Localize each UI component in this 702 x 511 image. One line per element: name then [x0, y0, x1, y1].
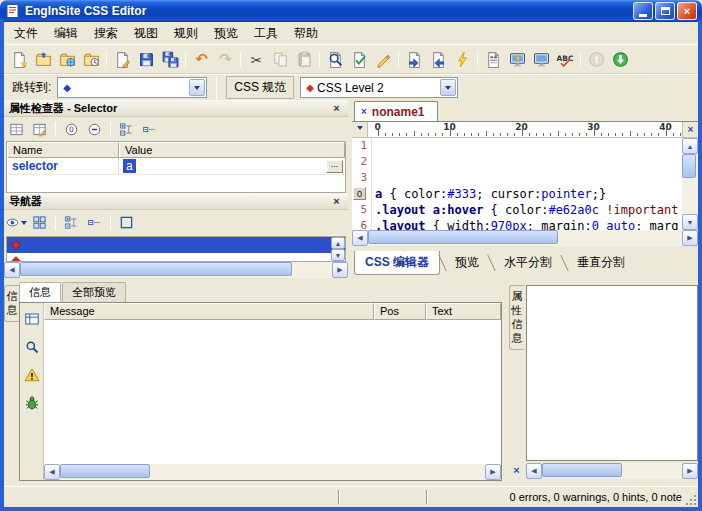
close-panel-button[interactable]: ×: [510, 464, 523, 477]
find-button[interactable]: [323, 47, 347, 71]
scroll-track[interactable]: [368, 230, 682, 246]
menu-搜索[interactable]: 搜索: [86, 22, 126, 45]
close-panel-button[interactable]: ×: [330, 102, 343, 114]
save-button[interactable]: [134, 47, 158, 71]
scroll-left-button[interactable]: ◀: [352, 230, 368, 246]
scroll-thumb[interactable]: [60, 464, 150, 478]
code-line[interactable]: .layout { width:970px; margin:0 auto; ma…: [375, 218, 682, 230]
navigator-item[interactable]: [7, 253, 345, 262]
scroll-left-button[interactable]: ◀: [4, 262, 20, 278]
scroll-left-button[interactable]: ◀: [44, 464, 60, 480]
editor-view-tab-4[interactable]: 垂直分割: [567, 251, 635, 274]
property-value-cell[interactable]: a ...: [119, 158, 345, 174]
css-wizard-button[interactable]: [450, 47, 474, 71]
editor-gutter[interactable]: 123056: [352, 138, 372, 230]
internal-preview-button[interactable]: [529, 47, 553, 71]
code-line[interactable]: [375, 170, 682, 186]
resize-grip[interactable]: [685, 494, 698, 507]
ruler-dropdown-button[interactable]: [352, 122, 368, 137]
menu-文件[interactable]: 文件: [6, 22, 46, 45]
scroll-up-button[interactable]: ▲: [331, 237, 345, 249]
editor-view-tab-1[interactable]: CSS 编辑器: [354, 251, 440, 275]
css-spec-combobox[interactable]: ◆ CSS Level 2: [300, 77, 458, 98]
scroll-up-button[interactable]: ▲: [682, 138, 698, 154]
validate-css-button[interactable]: [347, 47, 371, 71]
editor-horizontal-scrollbar[interactable]: ◀ ▶: [352, 230, 698, 246]
new-document-button[interactable]: [7, 47, 31, 71]
scroll-track[interactable]: [60, 464, 485, 480]
ellipsis-button[interactable]: ...: [326, 160, 343, 173]
code-line[interactable]: [375, 138, 682, 154]
export-file-button[interactable]: [426, 47, 450, 71]
import-file-button[interactable]: [402, 47, 426, 71]
collapse-tree-button[interactable]: [84, 213, 105, 232]
scroll-track[interactable]: [20, 262, 332, 278]
scroll-right-button[interactable]: ▶: [682, 230, 698, 246]
title-bar[interactable]: EngInSite CSS Editor ×: [0, 0, 702, 22]
code-line[interactable]: a { color:#333; cursor:pointer;}: [375, 186, 682, 202]
messages-tab-1[interactable]: 信息: [19, 282, 61, 302]
scroll-thumb[interactable]: [368, 230, 558, 244]
editor-view-tab-3[interactable]: 水平分割: [494, 251, 562, 274]
message-grid-button[interactable]: [21, 309, 42, 328]
find-message-button[interactable]: [21, 337, 42, 356]
menu-工具[interactable]: 工具: [246, 22, 286, 45]
messages-tab-2[interactable]: 全部预览: [62, 282, 126, 302]
navigator-item[interactable]: [7, 237, 345, 253]
undo-button[interactable]: ↶: [189, 47, 213, 71]
grid-edit-button[interactable]: [29, 120, 50, 139]
scroll-down-button[interactable]: ▼: [682, 214, 698, 230]
scroll-right-button[interactable]: ▶: [485, 464, 501, 480]
navigator-header[interactable]: 导航器 ×: [4, 193, 348, 210]
selector-dropdown-button[interactable]: [189, 79, 205, 96]
messages-horizontal-scrollbar[interactable]: ◀ ▶: [44, 464, 501, 480]
scroll-thumb[interactable]: [682, 154, 696, 178]
document-close-icon[interactable]: ×: [361, 106, 367, 117]
scroll-thumb[interactable]: [20, 262, 292, 276]
scroll-track[interactable]: [682, 154, 698, 214]
check-updates-button[interactable]: [608, 47, 632, 71]
property-inspector-header[interactable]: 属性检查器 - Selector ×: [4, 100, 348, 117]
code-editor[interactable]: 123056 a { color:#333; cursor:pointer;}.…: [352, 138, 682, 230]
scroll-right-button[interactable]: ▶: [682, 463, 698, 479]
close-button[interactable]: ×: [677, 2, 697, 20]
property-info-horizontal-scrollbar[interactable]: ◀ ▶: [526, 463, 698, 479]
editor-close-button[interactable]: ×: [682, 122, 698, 137]
menu-编辑[interactable]: 编辑: [46, 22, 86, 45]
format-code-button[interactable]: [371, 47, 395, 71]
property-value[interactable]: a: [123, 159, 136, 173]
close-panel-button[interactable]: ×: [330, 195, 343, 207]
messages-side-tab[interactable]: 信息: [4, 285, 19, 322]
outline-box-button[interactable]: [116, 213, 137, 232]
minimize-button[interactable]: [633, 2, 653, 20]
edit-source-button[interactable]: [110, 47, 134, 71]
preview-in-browser-button[interactable]: [505, 47, 529, 71]
selector-combobox[interactable]: ◆: [57, 77, 207, 98]
preview-dropdown-button[interactable]: [6, 213, 27, 232]
recent-files-button[interactable]: [79, 47, 103, 71]
code-template-button[interactable]: [481, 47, 505, 71]
scroll-right-button[interactable]: ▶: [332, 262, 348, 278]
open-from-web-button[interactable]: [55, 47, 79, 71]
zero-values-button[interactable]: 0: [61, 120, 82, 139]
bookmark-marker[interactable]: 0: [353, 187, 366, 200]
menu-帮助[interactable]: 帮助: [286, 22, 326, 45]
save-all-button[interactable]: [158, 47, 182, 71]
warning-button[interactable]: [21, 365, 42, 384]
scroll-down-button[interactable]: ▼: [331, 249, 345, 261]
cut-button[interactable]: ✂: [244, 47, 268, 71]
expand-tree-button[interactable]: [61, 213, 82, 232]
debug-button[interactable]: [21, 393, 42, 412]
open-file-button[interactable]: [31, 47, 55, 71]
expand-tree-button[interactable]: [116, 120, 137, 139]
messages-list[interactable]: [44, 320, 501, 464]
navigator-vertical-scrollbar[interactable]: ▲ ▼: [331, 237, 345, 261]
editor-vertical-scrollbar[interactable]: ▲ ▼: [682, 138, 698, 230]
maximize-button[interactable]: [655, 2, 675, 20]
left-horizontal-scrollbar[interactable]: ◀ ▶: [4, 262, 348, 278]
menu-规则[interactable]: 规则: [166, 22, 206, 45]
tile-view-button[interactable]: [29, 213, 50, 232]
code-line[interactable]: [375, 154, 682, 170]
scroll-track[interactable]: [542, 463, 682, 479]
code-text[interactable]: a { color:#333; cursor:pointer;}.layout …: [372, 138, 682, 230]
